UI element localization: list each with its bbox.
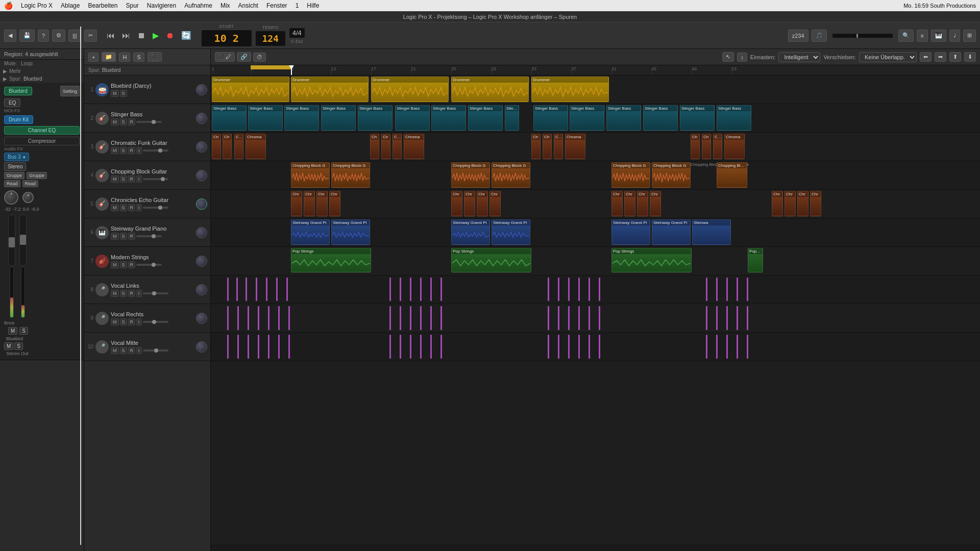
solo-btn-10[interactable]: S: [120, 347, 127, 354]
play-button[interactable]: ▶: [150, 30, 161, 41]
toolbar-btn-save[interactable]: 💾: [19, 30, 35, 42]
clip-stingerbass-7[interactable]: Stinger Bass: [431, 105, 466, 131]
volume-slider-2[interactable]: [136, 121, 162, 123]
mute-btn-9[interactable]: M: [111, 318, 119, 325]
input-btn-9[interactable]: I: [136, 318, 142, 325]
toolbar-btn-help[interactable]: ?: [38, 30, 49, 42]
clip-chopping-4[interactable]: Chopping Block G: [492, 162, 530, 188]
solo-btn-5[interactable]: S: [120, 204, 127, 211]
volume-knob-9[interactable]: [196, 313, 207, 324]
clip-chronicles-9[interactable]: Chr: [611, 191, 623, 216]
eq-button[interactable]: EQ: [4, 98, 20, 107]
arrange-mode-btn[interactable]: ⬛🖊: [215, 52, 235, 62]
clip-stingerbass-3[interactable]: Stinger Bass: [284, 105, 319, 131]
zoom-all-btn[interactable]: ⬇: [964, 52, 976, 62]
volume-knob-6[interactable]: [196, 227, 207, 238]
clip-chronicles-13[interactable]: Chr: [772, 191, 783, 216]
clip-chroma-16[interactable]: Chroma: [724, 134, 745, 159]
solo-btn-9[interactable]: S: [120, 318, 127, 325]
playhead[interactable]: [291, 65, 292, 75]
track-name-3[interactable]: Chromatic Funk Guitar: [111, 140, 194, 146]
solo-btn-1[interactable]: S: [120, 90, 127, 97]
cycle-region[interactable]: [251, 65, 291, 69]
clip-chroma-7[interactable]: Chr: [393, 134, 402, 159]
volume-knob-2[interactable]: [196, 113, 207, 124]
clip-chroma-8[interactable]: Chroma: [404, 134, 424, 159]
clip-chroma-6[interactable]: Ch: [381, 134, 390, 159]
mute-btn-2[interactable]: M: [111, 118, 119, 126]
rec-btn-7[interactable]: R: [128, 261, 136, 268]
clip-chronicles-11[interactable]: Chr: [637, 191, 648, 216]
clip-chronicles-10[interactable]: Chr: [624, 191, 635, 216]
volume-slider-7[interactable]: [136, 264, 162, 266]
main-fader[interactable]: [8, 215, 15, 266]
rec-btn-8[interactable]: R: [128, 290, 136, 297]
clip-chroma-5[interactable]: Ch: [370, 134, 379, 159]
rec-btn-2[interactable]: R: [128, 118, 136, 126]
solo-btn-6[interactable]: S: [120, 233, 127, 240]
folder-track-btn[interactable]: 📁: [102, 52, 116, 62]
clip-drummer-4[interactable]: Drummer: [451, 77, 529, 102]
solo-btn-4[interactable]: S: [120, 176, 127, 183]
menu-aufnahme[interactable]: Aufnahme: [184, 2, 212, 9]
clip-chronicles-5[interactable]: Chr: [451, 191, 462, 216]
clip-chroma-11[interactable]: Chr: [554, 134, 563, 159]
clip-strings-3[interactable]: Pop Strings: [611, 248, 692, 272]
toolbar-btn-region[interactable]: ◀: [4, 30, 16, 42]
volume-slider-5[interactable]: [143, 207, 168, 209]
bluebird-label-btn[interactable]: Bluebird: [4, 87, 32, 95]
rec-btn-6[interactable]: R: [128, 233, 136, 240]
clip-piano-5[interactable]: Steinway Grand Pi: [611, 219, 650, 245]
volume-slider-8[interactable]: [143, 292, 168, 294]
menu-1[interactable]: 1: [296, 2, 299, 9]
volume-knob-4[interactable]: [196, 170, 207, 181]
volume-knob-8[interactable]: [196, 284, 207, 295]
rec-btn-5[interactable]: R: [128, 204, 136, 211]
menu-logic-pro-x[interactable]: Logic Pro X: [21, 2, 53, 9]
bus3-button[interactable]: Bus 3 ●: [4, 153, 29, 161]
clip-stingerbass-6[interactable]: Stinger Bass: [395, 105, 430, 131]
arrange-link-btn[interactable]: 🔗: [237, 52, 251, 62]
toolbar-btn-edit[interactable]: |||: [68, 30, 81, 42]
mute-btn-1[interactable]: M: [111, 90, 119, 97]
mute-btn-7[interactable]: M: [111, 261, 119, 268]
clip-piano-3[interactable]: Steinway Grand Pi: [451, 219, 490, 245]
clip-chopping-1[interactable]: Chopping Block G: [291, 162, 330, 188]
clip-chronicles-4[interactable]: Chr: [329, 191, 340, 216]
menu-ablage[interactable]: Ablage: [61, 2, 80, 9]
drum-kit-button[interactable]: Drum Kit: [4, 115, 33, 124]
h-btn[interactable]: H: [119, 53, 130, 62]
input-btn-5[interactable]: I: [136, 204, 142, 211]
clip-piano-2[interactable]: Steinway Grand Pi: [331, 219, 370, 245]
m-btn[interactable]: M: [8, 327, 17, 335]
score-btn[interactable]: ♩: [949, 30, 960, 42]
clip-chopping-7[interactable]: Chopping Block G: [717, 162, 747, 188]
clip-chronicles-6[interactable]: Chr: [464, 191, 475, 216]
input-btn-3[interactable]: I: [136, 147, 142, 154]
clip-chronicles-16[interactable]: Chr: [810, 191, 821, 216]
track-name-2[interactable]: Stinger Bass: [111, 111, 194, 117]
clip-chronicles-3[interactable]: Chr: [316, 191, 328, 216]
clip-stingerbass-15[interactable]: Stinger Bass: [717, 105, 751, 131]
horizontal-scrollbar[interactable]: [211, 545, 980, 551]
clip-chroma-4[interactable]: Chroma: [246, 134, 266, 159]
tracks-content[interactable]: Drummer Drummer Dr: [211, 76, 980, 545]
clip-chroma-3[interactable]: Chr: [234, 134, 243, 159]
zoom-out-btn2[interactable]: ➡: [935, 52, 946, 62]
mute-btn-8[interactable]: M: [111, 290, 119, 297]
rec-btn-4[interactable]: R: [128, 176, 136, 183]
clip-drummer-1[interactable]: Drummer: [212, 77, 289, 102]
volume-slider-3[interactable]: [143, 149, 168, 152]
rec-btn-3[interactable]: R: [128, 147, 136, 154]
clip-stingerbass-14[interactable]: Stinger Bass: [680, 105, 715, 131]
menu-hilfe[interactable]: Hilfe: [307, 2, 319, 9]
mute-btn-10[interactable]: M: [111, 347, 119, 354]
clip-chronicles-15[interactable]: Chr: [797, 191, 808, 216]
mehr-toggle[interactable]: ▶: [3, 68, 7, 74]
menu-mix[interactable]: Mix: [220, 2, 230, 9]
toolbar-btn-settings[interactable]: ⚙: [52, 30, 65, 42]
clip-drummer-3[interactable]: Drummer: [371, 77, 449, 102]
rec-btn-9[interactable]: R: [128, 318, 136, 325]
einrasten-select[interactable]: Intelligent: [778, 52, 820, 62]
tempo-display[interactable]: 124: [255, 31, 286, 46]
